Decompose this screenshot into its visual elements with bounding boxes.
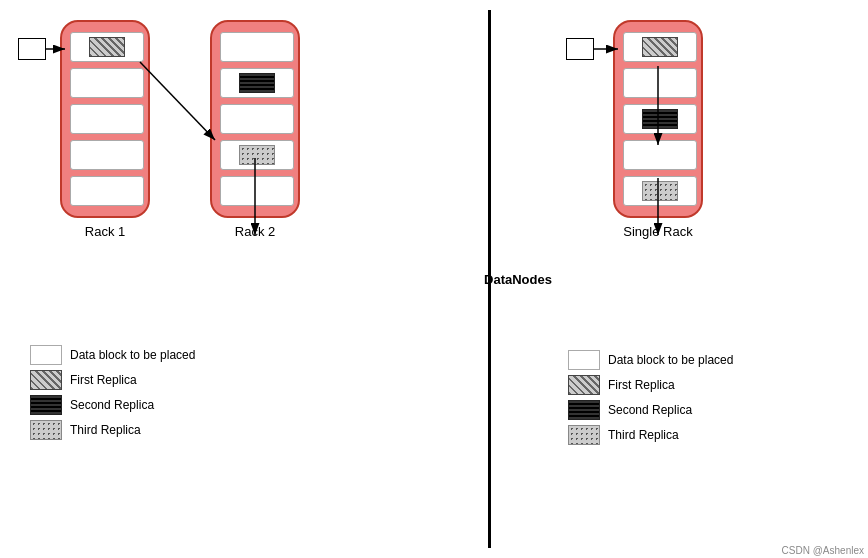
rack1-label: Rack 1 bbox=[60, 224, 150, 239]
rack1-slot3 bbox=[70, 104, 144, 134]
third-replica-block-single bbox=[642, 181, 678, 201]
legend-data-block-icon-left bbox=[30, 345, 62, 365]
legend-first-replica-left: First Replica bbox=[30, 370, 195, 390]
single-rack bbox=[613, 20, 703, 218]
left-section: Rack 1 Rack 2 bbox=[10, 10, 478, 548]
svg-line-1 bbox=[140, 62, 215, 140]
legend-right: Data block to be placed First Replica Se… bbox=[558, 345, 743, 450]
rack2-label: Rack 2 bbox=[210, 224, 300, 239]
single-rack-slot2 bbox=[623, 68, 697, 98]
third-replica-block-rack2 bbox=[239, 145, 275, 165]
legend-data-block-right: Data block to be placed bbox=[568, 350, 733, 370]
datanodes-label: DataNodes bbox=[484, 272, 552, 287]
rack1-slot2 bbox=[70, 68, 144, 98]
client-node-right bbox=[566, 38, 594, 60]
rack2-slot3 bbox=[220, 104, 294, 134]
legend-third-replica-icon-left bbox=[30, 420, 62, 440]
legend-second-replica-right: Second Replica bbox=[568, 400, 733, 420]
right-diagram: Single Rack bbox=[558, 10, 818, 340]
legend-first-replica-right: First Replica bbox=[568, 375, 733, 395]
legend-column-right: Data block to be placed First Replica Se… bbox=[568, 350, 733, 445]
single-rack-slot1 bbox=[623, 32, 697, 62]
legend-second-replica-icon-right bbox=[568, 400, 600, 420]
watermark: CSDN @Ashenlex bbox=[782, 545, 864, 556]
legend-third-replica-right: Third Replica bbox=[568, 425, 733, 445]
second-replica-block-single bbox=[642, 109, 678, 129]
legend-first-replica-icon-left bbox=[30, 370, 62, 390]
legend-third-replica-left: Third Replica bbox=[30, 420, 195, 440]
legend-data-block-icon-right bbox=[568, 350, 600, 370]
single-rack-label: Single Rack bbox=[613, 224, 703, 239]
rack1 bbox=[60, 20, 150, 218]
rack1-slot5 bbox=[70, 176, 144, 206]
legend-second-replica-left: Second Replica bbox=[30, 395, 195, 415]
single-rack-slot3 bbox=[623, 104, 697, 134]
single-rack-slot4 bbox=[623, 140, 697, 170]
legend-left: Data block to be placed First Replica Se… bbox=[20, 340, 205, 445]
main-container: Rack 1 Rack 2 bbox=[0, 0, 868, 558]
right-section: Single Rack bbox=[558, 10, 858, 548]
rack1-slot4 bbox=[70, 140, 144, 170]
rack2-slot5 bbox=[220, 176, 294, 206]
left-diagram: Rack 1 Rack 2 bbox=[10, 10, 430, 340]
first-replica-block-single bbox=[642, 37, 678, 57]
rack1-slot1 bbox=[70, 32, 144, 62]
legend-column-left: Data block to be placed First Replica Se… bbox=[30, 345, 195, 440]
second-replica-block-rack2 bbox=[239, 73, 275, 93]
legend-first-replica-icon-right bbox=[568, 375, 600, 395]
client-node-left bbox=[18, 38, 46, 60]
legend-third-replica-icon-right bbox=[568, 425, 600, 445]
rack2-slot4 bbox=[220, 140, 294, 170]
single-rack-slot5 bbox=[623, 176, 697, 206]
rack2-slot2 bbox=[220, 68, 294, 98]
first-replica-block-rack1 bbox=[89, 37, 125, 57]
legend-data-block-left: Data block to be placed bbox=[30, 345, 195, 365]
legend-second-replica-icon-left bbox=[30, 395, 62, 415]
rack2 bbox=[210, 20, 300, 218]
rack2-slot1 bbox=[220, 32, 294, 62]
